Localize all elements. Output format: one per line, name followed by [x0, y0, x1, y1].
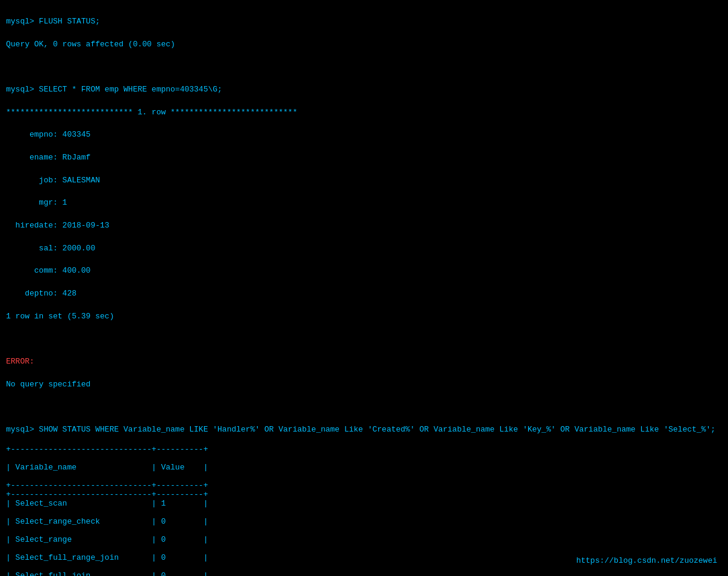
ename-field: ename: RbJamf — [6, 153, 90, 162]
comm-field: comm: 400.00 — [6, 266, 90, 275]
table-row: | Select_full_range_join | 0 | — [6, 553, 208, 562]
flush-result: Query OK, 0 rows affected (0.00 sec) — [6, 40, 175, 49]
table-header-bottom-border: +------------------------------+--------… — [6, 481, 208, 490]
table-row: | Select_full_join | 0 | — [6, 571, 208, 576]
show-status-cmd: mysql> SHOW STATUS WHERE Variable_name L… — [6, 425, 715, 434]
table-header: | Variable_name | Value | — [6, 463, 208, 472]
table-top-border: +------------------------------+--------… — [6, 445, 208, 454]
flush-cmd: mysql> FLUSH STATUS; — [6, 17, 100, 26]
select-rowcount: 1 row in set (5.39 sec) — [6, 312, 114, 321]
error-message: No query specified — [6, 380, 90, 389]
select-cmd: mysql> SELECT * FROM emp WHERE empno=403… — [6, 85, 222, 94]
empno-field: empno: 403345 — [6, 130, 90, 139]
terminal: mysql> FLUSH STATUS; Query OK, 0 rows af… — [6, 5, 722, 436]
deptno-field: deptno: 428 — [6, 289, 76, 298]
table-bottom-border: +------------------------------+--------… — [6, 490, 208, 499]
watermark: https://blog.csdn.net/zuozewei — [576, 556, 717, 565]
table-row: | Select_range_check | 0 | — [6, 517, 208, 526]
error-label: ERROR: — [6, 357, 34, 366]
row-divider: *************************** 1. row *****… — [6, 108, 297, 117]
hiredate-field: hiredate: 2018-09-13 — [6, 221, 110, 230]
job-field: job: SALESMAN — [6, 176, 100, 185]
mgr-field: mgr: 1 — [6, 198, 67, 207]
sal-field: sal: 2000.00 — [6, 244, 95, 253]
status-table: +------------------------------+--------… — [6, 436, 722, 576]
table-row: | Select_range | 0 | — [6, 535, 208, 544]
table-row: | Select_scan | 1 | — [6, 499, 208, 508]
